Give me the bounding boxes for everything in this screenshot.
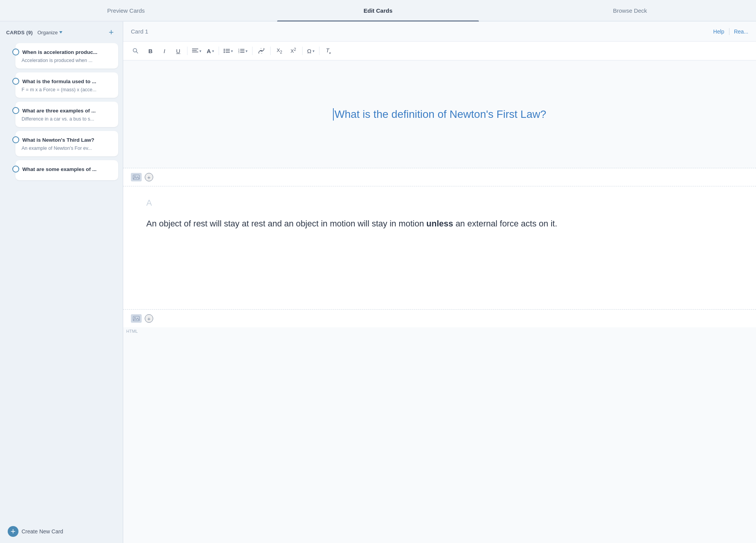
vertical-divider — [729, 28, 729, 35]
image-icon — [131, 173, 142, 181]
card-item[interactable]: What is the formula used to ... F = m x … — [15, 72, 118, 98]
edit-cards-label: Edit Cards — [364, 7, 393, 14]
create-new-card-button[interactable]: + Create New Card — [0, 520, 123, 543]
back-text[interactable]: An object of rest will stay at rest and … — [146, 217, 733, 230]
card-title-2: What is the formula used to ... — [22, 79, 96, 84]
preview-cards-tab[interactable]: Preview Cards — [0, 0, 252, 21]
organize-button[interactable]: Organize — [37, 30, 62, 35]
card-preview-1: Acceleration is produced when ... — [22, 58, 112, 63]
font-size-icon: A — [207, 48, 211, 54]
help-link[interactable]: Help — [713, 28, 724, 35]
main-layout: CARDS (9) Organize + When is acceleratio… — [0, 22, 756, 543]
editor-content[interactable]: What is the definition of Newton's First… — [123, 60, 756, 543]
list-chevron: ▾ — [231, 49, 233, 53]
search-button[interactable] — [129, 45, 142, 57]
bold-button[interactable]: B — [144, 45, 157, 57]
underline-label: U — [176, 48, 181, 54]
superscript-label: X2 — [291, 47, 296, 54]
svg-rect-18 — [133, 175, 139, 179]
omega-icon: Ω — [307, 48, 311, 54]
list-icon — [224, 49, 230, 53]
card-title-4: What is Newton's Third Law? — [22, 137, 94, 143]
link-button[interactable] — [255, 45, 268, 57]
add-card-button[interactable]: + — [106, 27, 117, 38]
image-add-row-back: + — [123, 310, 756, 327]
card-preview-3: Difference in a car vs. a bus to s... — [22, 116, 112, 122]
card-list: When is acceleration produc... Accelerat… — [0, 43, 123, 518]
svg-line-1 — [136, 52, 138, 53]
card-circle-indicator — [12, 136, 19, 143]
card-circle-indicator — [12, 107, 19, 114]
card-preview-2: F = m x a Force = (mass) x (acce... — [22, 87, 112, 92]
image-add-row-front: + — [123, 168, 756, 186]
front-area[interactable]: What is the definition of Newton's First… — [123, 60, 756, 168]
back-placeholder: A — [146, 198, 733, 208]
back-text-part2: an external force acts on it. — [453, 219, 557, 228]
card-question[interactable]: What is the definition of Newton's First… — [333, 108, 546, 121]
toolbar-separator — [219, 47, 219, 55]
align-icon — [192, 49, 198, 53]
add-image-button-back[interactable]: + — [145, 314, 153, 323]
superscript-button[interactable]: X2 — [287, 45, 300, 57]
editor-header: Card 1 Help Rea... — [123, 22, 756, 42]
italic-label: I — [164, 48, 165, 54]
toolbar-separator — [270, 47, 271, 55]
omega-button[interactable]: Ω ▾ — [305, 45, 317, 57]
align-chevron: ▾ — [199, 49, 201, 53]
svg-point-21 — [134, 317, 135, 318]
card-circle-indicator — [12, 166, 19, 173]
image-icon-bottom — [131, 314, 142, 323]
read-link[interactable]: Rea... — [734, 28, 748, 35]
card-item[interactable]: What is Newton's Third Law? An example o… — [15, 131, 118, 156]
preview-cards-label: Preview Cards — [107, 7, 145, 14]
card-item[interactable]: What are some examples of ... — [15, 160, 118, 180]
card-item[interactable]: What are three examples of ... Differenc… — [15, 102, 118, 127]
top-navigation: Preview Cards Edit Cards Browse Deck — [0, 0, 756, 22]
toolbar-separator — [319, 47, 319, 55]
add-image-button-front[interactable]: + — [145, 173, 153, 181]
list-button[interactable]: ▾ — [221, 45, 235, 57]
font-size-chevron: ▾ — [212, 49, 214, 53]
browse-deck-label: Browse Deck — [613, 7, 647, 14]
subscript-button[interactable]: X2 — [273, 45, 286, 57]
card-circle-indicator — [12, 78, 19, 85]
search-icon — [132, 48, 139, 54]
toolbar-separator — [187, 47, 187, 55]
clear-format-button[interactable]: Tx — [322, 45, 335, 57]
underline-button[interactable]: U — [172, 45, 185, 57]
card-circle-indicator — [12, 49, 19, 55]
link-icon — [258, 48, 265, 54]
browse-deck-tab[interactable]: Browse Deck — [504, 0, 756, 21]
svg-point-8 — [224, 50, 225, 52]
ordered-list-button[interactable]: 1 2 3 ▾ — [236, 45, 250, 57]
toolbar-separator — [302, 47, 303, 55]
edit-cards-tab[interactable]: Edit Cards — [252, 0, 504, 21]
sidebar-header: CARDS (9) Organize + — [0, 22, 123, 43]
organize-label: Organize — [37, 30, 58, 35]
font-size-button[interactable]: A ▾ — [204, 45, 216, 57]
align-button[interactable]: ▾ — [190, 45, 204, 57]
ordered-list-chevron: ▾ — [246, 49, 248, 53]
back-text-part1: An object of rest will stay at rest and … — [146, 219, 427, 228]
cards-count-badge: CARDS (9) — [6, 30, 33, 35]
svg-point-6 — [224, 49, 225, 50]
italic-button[interactable]: I — [158, 45, 171, 57]
omega-chevron: ▾ — [313, 49, 314, 53]
sidebar: CARDS (9) Organize + When is acceleratio… — [0, 22, 123, 543]
clear-format-icon: Tx — [326, 47, 331, 55]
ordered-list-icon: 1 2 3 — [238, 49, 244, 53]
subscript-label: X2 — [277, 47, 282, 54]
svg-point-10 — [224, 52, 225, 53]
card-preview-4: An example of Newton's For ev... — [22, 146, 112, 151]
create-plus-icon: + — [8, 526, 18, 537]
image-placeholder-icon-bottom — [133, 316, 140, 321]
image-placeholder-icon — [133, 174, 140, 180]
back-text-bold: unless — [427, 219, 453, 228]
card-title-5: What are some examples of ... — [22, 166, 97, 172]
editor-actions: Help Rea... — [713, 28, 748, 35]
svg-point-19 — [134, 176, 135, 177]
svg-text:3: 3 — [238, 51, 239, 53]
back-area[interactable]: A An object of rest will stay at rest an… — [123, 186, 756, 310]
chevron-down-icon — [59, 31, 62, 34]
card-item[interactable]: When is acceleration produc... Accelerat… — [15, 43, 118, 69]
